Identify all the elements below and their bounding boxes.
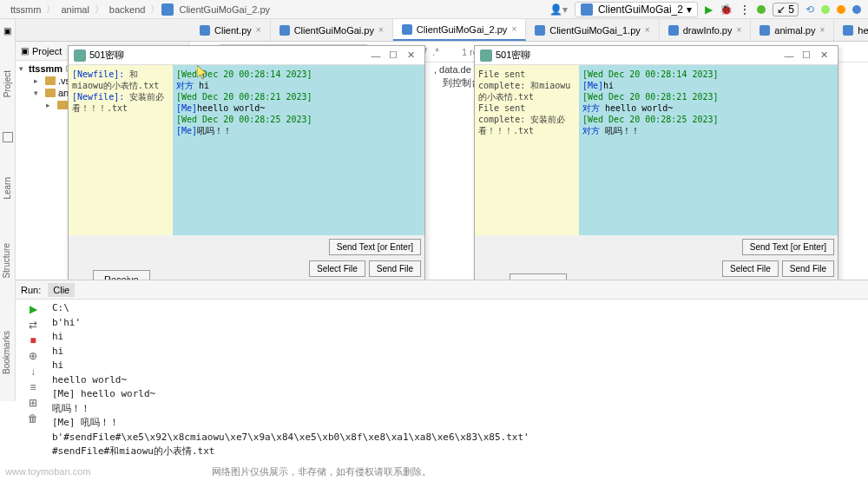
dropdown-icon: ▾ [687, 3, 692, 16]
user-icon[interactable]: 👤▾ [549, 3, 568, 16]
expand-icon[interactable]: ▾ [34, 89, 43, 97]
send-file-button[interactable]: Send File [782, 260, 834, 277]
breadcrumb-item[interactable]: backend [106, 4, 149, 15]
folder-icon [45, 76, 56, 85]
folder-icon [45, 89, 56, 97]
expand-icon[interactable]: ▸ [46, 101, 55, 109]
tab-label: ClientGuiMoGai_2.py [417, 24, 508, 35]
tool-icon[interactable]: ⇄ [27, 319, 39, 331]
app-icon [480, 49, 492, 62]
python-file-icon [668, 25, 679, 36]
tab-drawinfo[interactable]: drawInfo.py× [660, 19, 752, 41]
chat-file-pane: File sent complete: 和miaowu的小表情.txt File… [475, 65, 579, 235]
bookmark-icon[interactable] [3, 132, 13, 142]
tab-label: animal.py [774, 25, 815, 36]
tab-client[interactable]: Client.py× [191, 19, 271, 41]
debug-icon[interactable]: 🐞 [720, 3, 733, 16]
expand-icon[interactable]: ▾ [19, 64, 23, 73]
project-header-label: Project [32, 46, 62, 56]
watermark-text: 网络图片仅供展示，非存储，如有侵权请联系删除。 [212, 465, 431, 478]
minimize-icon[interactable]: — [780, 50, 798, 61]
status-orange-icon[interactable] [837, 5, 845, 14]
breadcrumb-item[interactable]: ttssmm [7, 4, 44, 15]
sidebar-bookmarks[interactable]: Bookmarks [2, 331, 11, 374]
watermark: www.toymoban.com 网络图片仅供展示，非存储，如有侵权请联系删除。 [5, 464, 863, 479]
app-icon [74, 49, 86, 62]
tab-label: ClientGuiMoGai_1.py [549, 25, 641, 36]
breadcrumb-item[interactable]: animal [57, 4, 92, 15]
close-icon[interactable]: ✕ [815, 49, 832, 61]
run-console[interactable]: C:\ b'hi' hi hi hi heello world~ [Me] he… [52, 301, 865, 462]
status-cyan-icon[interactable] [821, 5, 830, 14]
close-icon[interactable]: × [819, 25, 825, 35]
run-icon[interactable]: ▶ [705, 3, 713, 16]
count-badge[interactable]: ↙ 5 [773, 3, 799, 16]
select-file-button[interactable]: Select File [309, 260, 365, 277]
tab-clientguimogai-1[interactable]: ClientGuiMoGai_1.py× [526, 19, 659, 41]
expand-icon[interactable]: ▸ [34, 76, 43, 85]
tab-animal[interactable]: animal.py× [751, 19, 834, 41]
python-file-icon [402, 24, 412, 35]
project-toggle-icon[interactable]: ▣ [3, 26, 11, 36]
close-icon[interactable]: × [378, 25, 384, 35]
run-tab[interactable]: Clie [48, 283, 75, 297]
run-header-label: Run: [21, 285, 41, 295]
watermark-brand: www.toymoban.com [5, 466, 90, 477]
sidebar-project[interactable]: Project [3, 70, 12, 97]
close-icon[interactable]: × [645, 25, 650, 35]
tab-label: Client.py [214, 25, 252, 36]
sidebar-structure[interactable]: Structure [2, 243, 11, 279]
regex-icon[interactable]: .* [432, 46, 439, 58]
run-config-label: ClientGuiMoGai_2 [598, 3, 683, 16]
folder-icon [57, 101, 68, 109]
run-config-combo[interactable]: ClientGuiMoGai_2 ▾ [575, 2, 698, 17]
sidebar-learn[interactable]: Learn [3, 177, 12, 200]
close-icon[interactable]: × [737, 25, 742, 35]
send-file-button[interactable]: Send File [369, 260, 421, 277]
tab-clientguimogai-2[interactable]: ClientGuiMoGai_2.py× [393, 19, 526, 41]
editor-fragment: , data.de [434, 64, 471, 75]
maximize-icon[interactable]: ☐ [385, 49, 402, 61]
chat-window-2: 501密聊 — ☐ ✕ File sent complete: 和miaowu的… [474, 45, 838, 299]
more-icon[interactable]: ⋮ [740, 3, 750, 16]
breadcrumb-sep: 〉 [148, 3, 161, 16]
python-file-icon [161, 3, 174, 16]
tab-clientguimogai[interactable]: ClientGuiMoGai.py× [271, 19, 393, 41]
sync-icon[interactable]: ⟲ [806, 3, 814, 16]
select-file-button[interactable]: Select File [722, 260, 779, 277]
status-green-icon[interactable] [757, 5, 766, 14]
chat-message-pane[interactable]: [Wed Dec 20 00:28:14 2023] [Me]hi [Wed D… [579, 65, 838, 235]
close-icon[interactable]: × [256, 25, 261, 35]
tab-health-record[interactable]: health_record.py× [834, 19, 868, 41]
stop-icon[interactable]: ■ [27, 334, 39, 346]
chat-titlebar[interactable]: 501密聊 — ☐ ✕ [69, 46, 424, 65]
tool-icon[interactable]: ⊞ [27, 397, 39, 409]
chat-title: 501密聊 [496, 49, 780, 62]
tool-icon[interactable]: ⊕ [27, 350, 39, 362]
breadcrumb-item[interactable]: ClientGuiMoGai_2.py [175, 4, 273, 15]
python-file-icon [581, 3, 593, 16]
chat-title: 501密聊 [89, 49, 367, 62]
close-icon[interactable]: ✕ [402, 49, 419, 61]
chat-message-pane[interactable]: [Wed Dec 20 00:28:14 2023] 对方 hi [Wed De… [173, 65, 424, 235]
minimize-icon[interactable]: — [367, 50, 385, 61]
maximize-icon[interactable]: ☐ [798, 49, 815, 61]
send-text-button[interactable]: Send Text [or Enter] [329, 239, 421, 255]
rerun-icon[interactable]: ▶ [27, 303, 39, 315]
tab-label: ClientGuiMoGai.py [294, 25, 374, 36]
tool-icon[interactable]: ≡ [27, 381, 39, 393]
run-toolbar: ▶ ⇄ ■ ⊕ ↓ ≡ ⊞ 🗑 [16, 300, 50, 456]
far-left-labels: Structure Bookmarks [2, 243, 11, 374]
send-text-button[interactable]: Send Text [or Enter] [742, 239, 834, 255]
close-icon[interactable]: × [511, 24, 516, 34]
trash-icon[interactable]: 🗑 [27, 412, 39, 425]
chat-window-1: 501密聊 — ☐ ✕ [Newfile]: 和miaowu的小表情.txt [… [68, 45, 425, 295]
tree-root-label: ttssmm [29, 63, 62, 74]
status-blue-icon[interactable] [852, 5, 861, 14]
tool-icon[interactable]: ↓ [27, 366, 39, 378]
chat-titlebar[interactable]: 501密聊 — ☐ ✕ [475, 46, 838, 65]
cursor-icon [197, 65, 209, 81]
tab-label: health_record.py [858, 25, 868, 36]
python-file-icon [843, 25, 853, 36]
toolbar-right: 👤▾ ClientGuiMoGai_2 ▾ ▶ 🐞 ⋮ ↙ 5 ⟲ [549, 2, 861, 17]
